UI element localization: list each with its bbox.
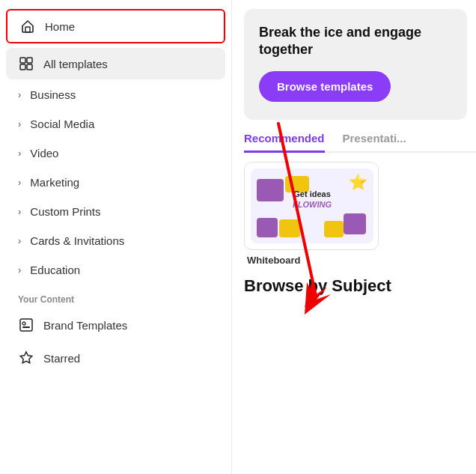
browse-templates-button[interactable]: Browse templates xyxy=(259,71,391,102)
sidebar-item-marketing-label: Marketing xyxy=(30,176,79,189)
your-content-section-label: Your Content xyxy=(0,285,231,308)
sidebar-item-all-templates[interactable]: All templates xyxy=(6,48,225,79)
sidebar-item-starred[interactable]: Starred xyxy=(6,342,225,374)
chevron-right-icon: › xyxy=(18,89,21,100)
wb-text-line2: FLOWING xyxy=(293,200,332,209)
wb-block-purple-1 xyxy=(257,179,284,201)
template-card-whiteboard[interactable]: Get ideas FLOWING ⭐ Whiteboard xyxy=(244,162,379,266)
sidebar-item-education[interactable]: › Education xyxy=(6,256,225,284)
svg-rect-4 xyxy=(27,64,32,70)
tabs-container: Recommended Presentati... xyxy=(244,132,476,153)
sidebar-item-social-media[interactable]: › Social Media xyxy=(6,110,225,138)
hero-card: Break the ice and engage together Browse… xyxy=(244,9,467,120)
all-templates-icon xyxy=(18,55,34,72)
svg-rect-5 xyxy=(20,319,32,331)
svg-rect-7 xyxy=(22,326,30,328)
sidebar-item-cards-invitations[interactable]: › Cards & Invitations xyxy=(6,227,225,255)
chevron-right-icon: › xyxy=(18,206,21,217)
sidebar-item-business[interactable]: › Business xyxy=(6,81,225,109)
tab-recommended[interactable]: Recommended xyxy=(244,132,325,153)
wb-block-purple-2 xyxy=(257,218,278,237)
chevron-right-icon: › xyxy=(18,148,21,159)
chevron-right-icon: › xyxy=(18,177,21,188)
brand-templates-icon xyxy=(18,317,34,333)
sidebar-item-business-label: Business xyxy=(30,88,76,101)
sidebar-item-starred-label: Starred xyxy=(43,352,80,365)
browse-by-subject-title: Browse by Subject xyxy=(244,276,476,296)
sidebar-item-brand-templates[interactable]: Brand Templates xyxy=(6,309,225,341)
svg-point-6 xyxy=(22,322,25,325)
template-preview: Get ideas FLOWING ⭐ xyxy=(251,168,373,243)
home-icon xyxy=(19,18,36,34)
chevron-right-icon: › xyxy=(18,235,21,246)
wb-block-yellow-2 xyxy=(279,219,300,237)
sidebar-item-home[interactable]: Home xyxy=(6,9,225,43)
sidebar-item-marketing[interactable]: › Marketing xyxy=(6,168,225,196)
wb-block-yellow-3 xyxy=(324,221,344,237)
main-content: Break the ice and engage together Browse… xyxy=(232,0,476,474)
hero-text: Break the ice and engage together xyxy=(259,24,452,59)
star-badge: ⭐ xyxy=(349,173,367,191)
sidebar-item-video-label: Video xyxy=(30,147,58,159)
sidebar-item-custom-prints-label: Custom Prints xyxy=(30,205,100,218)
sidebar-item-education-label: Education xyxy=(30,264,80,276)
svg-rect-2 xyxy=(27,58,32,63)
svg-rect-3 xyxy=(20,64,25,70)
sidebar-item-social-media-label: Social Media xyxy=(30,118,94,130)
template-card-label: Whiteboard xyxy=(244,255,379,266)
sidebar-item-video[interactable]: › Video xyxy=(6,139,225,167)
template-card-inner: Get ideas FLOWING ⭐ xyxy=(244,162,379,250)
star-icon xyxy=(18,350,34,366)
tab-presentations[interactable]: Presentati... xyxy=(343,132,406,153)
sidebar: Home All templates › Business › Social M… xyxy=(0,0,232,474)
svg-rect-0 xyxy=(25,27,30,32)
chevron-right-icon: › xyxy=(18,264,21,276)
svg-rect-1 xyxy=(20,58,25,63)
sidebar-item-home-label: Home xyxy=(45,20,75,33)
sidebar-item-cards-invitations-label: Cards & Invitations xyxy=(30,234,124,247)
chevron-right-icon: › xyxy=(18,118,21,130)
sidebar-item-brand-templates-label: Brand Templates xyxy=(43,319,127,332)
wb-text-line1: Get ideas xyxy=(293,189,331,198)
wb-block-purple-3 xyxy=(344,213,366,234)
sidebar-item-all-templates-label: All templates xyxy=(43,58,108,70)
sidebar-item-custom-prints[interactable]: › Custom Prints xyxy=(6,198,225,225)
